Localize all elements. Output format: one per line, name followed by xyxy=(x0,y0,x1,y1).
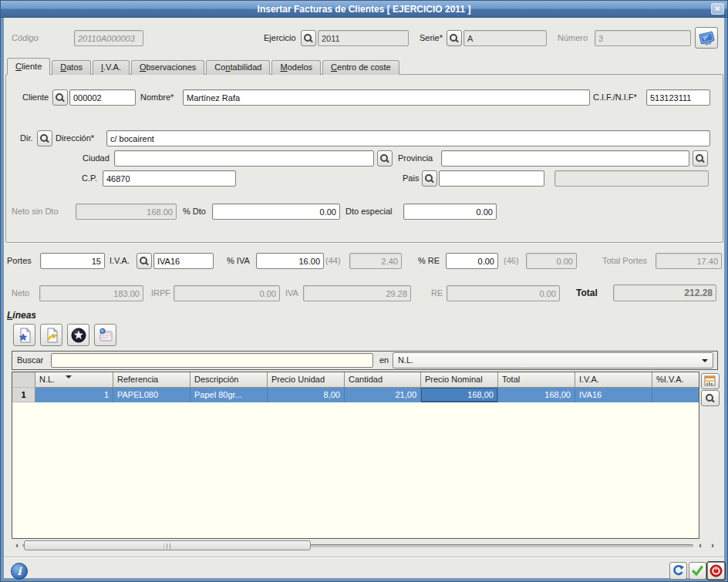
column-header-descripcion[interactable]: Descripción xyxy=(190,372,268,388)
cell-total[interactable]: 168,00 xyxy=(498,388,575,402)
tab-iva[interactable]: I.V.A. xyxy=(93,60,130,75)
cliente-search-button[interactable] xyxy=(52,89,68,106)
provincia-label: Provincia xyxy=(398,150,433,167)
tab-datos[interactable]: Datos xyxy=(52,60,91,75)
scroll-left-icon[interactable]: ‹ xyxy=(12,540,22,550)
pct-dto-field[interactable] xyxy=(212,204,340,220)
cell-cantidad[interactable]: 21,00 xyxy=(345,388,421,402)
cell-pct-iva[interactable] xyxy=(652,388,699,402)
pct-re-field[interactable] xyxy=(446,253,498,269)
provincia-search-button[interactable] xyxy=(693,150,708,167)
ciudad-search-button[interactable] xyxy=(377,150,393,167)
info-icon[interactable]: i xyxy=(11,563,28,580)
re-label: RE xyxy=(431,285,443,301)
cell-precio-nominal[interactable]: 168,00 xyxy=(421,388,498,402)
portes-field[interactable] xyxy=(40,253,105,269)
tab-centro-de-coste[interactable]: Centro de coste xyxy=(322,60,399,75)
total-portes-field xyxy=(656,253,722,269)
dto-especial-field[interactable] xyxy=(403,204,497,220)
serie-label: Serie* xyxy=(420,30,443,46)
horizontal-scrollbar[interactable]: ‹ ‹ › xyxy=(12,540,718,550)
accept-button[interactable] xyxy=(689,562,706,580)
column-header-iva[interactable]: I.V.A. xyxy=(575,372,652,388)
documents-button[interactable] xyxy=(695,27,718,49)
provincia-field[interactable] xyxy=(441,150,689,167)
insert-record-button[interactable] xyxy=(13,324,35,346)
title-bar[interactable]: Insertar Facturas de Clientes [ EJERCICI… xyxy=(1,1,727,18)
column-header-total[interactable]: Total xyxy=(498,372,575,388)
buscar-input[interactable] xyxy=(51,353,373,368)
delete-record-button[interactable] xyxy=(67,324,89,346)
tab-modelos[interactable]: Modelos xyxy=(271,60,321,75)
serie-search-button[interactable] xyxy=(447,30,462,46)
table-options-button[interactable] xyxy=(701,373,720,389)
pct-iva-field[interactable] xyxy=(256,253,324,269)
cell-referencia[interactable]: PAPEL080 xyxy=(113,388,190,402)
scroll-right-icon[interactable]: › xyxy=(707,540,718,550)
check-icon xyxy=(691,564,704,577)
column-header-precio-nominal[interactable]: Precio Nominal xyxy=(421,372,498,388)
thumb-grip-icon xyxy=(164,543,171,549)
search-bar: Buscar en N.L. xyxy=(12,351,718,370)
cif-field[interactable] xyxy=(646,89,710,106)
ejercicio-field[interactable] xyxy=(318,30,409,46)
window-edge-right xyxy=(724,17,727,581)
tab-contabilidad[interactable]: Contabilidad xyxy=(206,60,270,75)
pais-search-button[interactable] xyxy=(422,170,437,187)
ciudad-field[interactable] xyxy=(114,150,374,167)
refresh-button[interactable] xyxy=(669,562,687,580)
cell-nl[interactable]: 1 xyxy=(35,388,113,402)
lineas-title: Líneas xyxy=(7,308,36,324)
total-label: Total xyxy=(576,285,598,301)
column-header-nl[interactable]: N.L. xyxy=(35,372,113,388)
copy-record-button[interactable] xyxy=(94,324,116,346)
portes-label: Portes xyxy=(7,253,32,269)
cp-field[interactable] xyxy=(103,170,236,187)
bottom-separator xyxy=(4,557,724,558)
codigo-field xyxy=(74,30,143,46)
table-header: N.L. Referencia Descripción Precio Unida… xyxy=(12,372,699,388)
chevron-down-icon xyxy=(702,359,708,365)
scrollbar-thumb[interactable] xyxy=(24,540,311,550)
column-header-precio-unidad[interactable]: Precio Unidad xyxy=(268,372,345,388)
copy-record-icon xyxy=(97,327,114,344)
window-title: Insertar Facturas de Clientes [ EJERCICI… xyxy=(1,1,727,18)
edit-record-button[interactable] xyxy=(40,324,62,346)
total-portes-label: Total Portes xyxy=(602,253,647,269)
neto-label: Neto xyxy=(12,285,29,301)
iva-tipo-field[interactable] xyxy=(153,253,214,269)
new-record-icon xyxy=(16,327,33,344)
cell-descripcion[interactable]: Papel 80gr... xyxy=(190,388,268,402)
row-zoom-button[interactable] xyxy=(701,390,720,406)
table-row[interactable]: 1 1 PAPEL080 Papel 80gr... 8,00 21,00 16… xyxy=(12,388,699,402)
codigo-label: Código xyxy=(12,30,39,46)
table-grid-icon xyxy=(704,375,716,387)
dir-search-button[interactable] xyxy=(37,130,52,146)
search-icon xyxy=(706,394,715,403)
cell-precio-unidad[interactable]: 8,00 xyxy=(268,388,345,402)
iva-search-button[interactable] xyxy=(136,253,152,269)
pais-label: Pais xyxy=(403,170,419,187)
tab-cliente[interactable]: Cliente xyxy=(7,58,50,75)
cancel-button[interactable] xyxy=(707,562,725,580)
column-header-pct-iva[interactable]: %I.V.A. xyxy=(652,372,699,388)
column-header-cantidad[interactable]: Cantidad xyxy=(345,372,421,388)
ejercicio-search-button[interactable] xyxy=(301,30,316,46)
total-field xyxy=(613,284,716,301)
scroll-left-end-icon[interactable]: ‹ xyxy=(695,540,706,550)
search-icon xyxy=(696,154,705,163)
casilla-44-label: (44) xyxy=(325,253,341,269)
nombre-field[interactable] xyxy=(183,89,590,106)
close-button[interactable]: × xyxy=(711,3,724,15)
cancel-icon xyxy=(709,564,723,577)
search-field-select[interactable]: N.L. xyxy=(393,352,713,368)
window-edge-bottom xyxy=(1,578,727,581)
cif-label: C.I.F./N.I.F* xyxy=(593,89,637,106)
pais-field[interactable] xyxy=(439,170,544,187)
column-header-referencia[interactable]: Referencia xyxy=(113,372,190,388)
cliente-field[interactable] xyxy=(69,89,136,106)
direccion-field[interactable] xyxy=(106,130,710,146)
cell-iva[interactable]: IVA16 xyxy=(575,388,652,402)
tab-observaciones[interactable]: Observaciones xyxy=(131,60,204,75)
serie-field[interactable] xyxy=(463,30,547,46)
